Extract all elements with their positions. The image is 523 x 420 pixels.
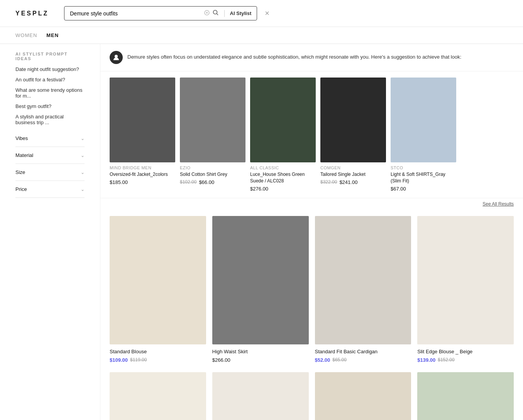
nav-item-men[interactable]: MEN bbox=[46, 32, 59, 38]
chevron-down-icon: ⌄ bbox=[81, 170, 85, 175]
product-card-5[interactable]: Basic Essential Cardigan - Li... $78.00 … bbox=[212, 372, 309, 420]
product-price-0: $109.00 $119.00 bbox=[110, 357, 206, 363]
sidebar-item-4[interactable]: A stylish and practical business trip ..… bbox=[15, 114, 85, 125]
header: YESPLZ AI Stylist × bbox=[0, 0, 523, 27]
carousel-brand-0: MIND BRIDGE MEN bbox=[110, 165, 175, 170]
ai-avatar bbox=[110, 51, 123, 64]
product-image-1 bbox=[212, 216, 309, 344]
carousel-product-image-3 bbox=[320, 78, 386, 162]
carousel-product-image-4 bbox=[391, 78, 456, 162]
product-grid-section: Standard Blouse $109.00 $119.00 High Wai… bbox=[100, 208, 523, 420]
filter-vibes[interactable]: Vibes ⌄ bbox=[15, 130, 85, 147]
carousel-price-4: $67.00 bbox=[391, 186, 456, 192]
product-card-0[interactable]: Standard Blouse $109.00 $119.00 bbox=[110, 216, 206, 363]
ai-banner: Demure styles often focus on understated… bbox=[100, 44, 523, 71]
price-current: $266.00 bbox=[212, 357, 230, 363]
carousel-products: MIND BRIDGE MEN Oversized-fit Jacket_2co… bbox=[110, 78, 514, 192]
carousel-name-1: Solid Cotton Shirt Grey bbox=[180, 171, 245, 178]
carousel-product-image-1 bbox=[180, 78, 245, 162]
main-layout: AI STYLIST PROMPT IDEAS Date night outfi… bbox=[0, 44, 523, 420]
price-sale: $52.00 bbox=[315, 357, 330, 363]
carousel-product-1[interactable]: EZIO Solid Cotton Shirt Grey $102.00 $66… bbox=[180, 78, 245, 192]
product-image-4 bbox=[110, 372, 206, 420]
chevron-down-icon: ⌄ bbox=[81, 136, 85, 141]
product-card-6[interactable]: Romance Blouse $103.00 $159.00 bbox=[315, 372, 411, 420]
filter-material-label: Material bbox=[15, 152, 33, 158]
chevron-down-icon: ⌄ bbox=[81, 187, 85, 192]
price-current: $276.00 bbox=[250, 186, 268, 192]
filter-size[interactable]: Size ⌄ bbox=[15, 164, 85, 181]
search-divider bbox=[224, 10, 225, 17]
content-area: Demure styles often focus on understated… bbox=[100, 44, 523, 420]
product-card-4[interactable]: Beebel Skirt $91.00 $161.00 bbox=[110, 372, 206, 420]
sidebar-item-1[interactable]: An outfit for a festival? bbox=[15, 77, 85, 83]
carousel-brand-2: ALL CLASSIC bbox=[250, 165, 316, 170]
product-image-2 bbox=[315, 216, 411, 344]
price-current: $67.00 bbox=[391, 186, 406, 192]
carousel-price-1: $102.00 $66.00 bbox=[180, 179, 245, 185]
carousel-name-0: Oversized-fit Jacket_2colors bbox=[110, 171, 175, 178]
product-card-2[interactable]: Standard Fit Basic Cardigan $52.00 $65.0… bbox=[315, 216, 411, 363]
carousel-product-4[interactable]: STCO Light & Soft SHIRTS_Gray (Slim Fit)… bbox=[391, 78, 456, 192]
product-name-2: Standard Fit Basic Cardigan bbox=[315, 348, 411, 355]
product-name-3: Slit Edge Blouse _ Beige bbox=[417, 348, 514, 355]
price-sale: $139.00 bbox=[417, 357, 435, 363]
price-original: $322.00 bbox=[320, 179, 337, 185]
product-price-3: $139.00 $152.00 bbox=[417, 357, 514, 363]
carousel-product-0[interactable]: MIND BRIDGE MEN Oversized-fit Jacket_2co… bbox=[110, 78, 175, 192]
close-button[interactable]: × bbox=[265, 9, 269, 18]
product-image-7 bbox=[417, 372, 514, 420]
product-card-1[interactable]: High Waist Skirt $266.00 bbox=[212, 216, 309, 363]
search-input[interactable] bbox=[70, 10, 201, 17]
price-original: $119.00 bbox=[130, 357, 147, 363]
filter-price-label: Price bbox=[15, 186, 27, 192]
carousel-brand-1: EZIO bbox=[180, 165, 245, 170]
product-grid: Standard Blouse $109.00 $119.00 High Wai… bbox=[110, 208, 514, 420]
filter-price[interactable]: Price ⌄ bbox=[15, 181, 85, 198]
ai-stylist-button[interactable]: AI Stylist bbox=[230, 10, 252, 16]
product-image-6 bbox=[315, 372, 411, 420]
product-name-1: High Waist Skirt bbox=[212, 348, 309, 355]
nav-bar: WOMEN MEN bbox=[0, 27, 523, 44]
price-original: $152.00 bbox=[438, 357, 454, 363]
logo: YESPLZ bbox=[15, 10, 49, 17]
sidebar-item-3[interactable]: Best gym outfit? bbox=[15, 103, 85, 109]
see-all-results[interactable]: See All Results bbox=[100, 198, 523, 208]
price-current: $66.00 bbox=[199, 179, 214, 185]
svg-point-3 bbox=[213, 10, 217, 14]
price-current: $241.00 bbox=[339, 179, 357, 185]
carousel-brand-4: STCO bbox=[391, 165, 456, 170]
product-card-3[interactable]: Slit Edge Blouse _ Beige $139.00 $152.00 bbox=[417, 216, 514, 363]
svg-point-5 bbox=[115, 55, 118, 58]
carousel-name-2: Luce_House Shoes Green Suede / ALC028 bbox=[250, 171, 316, 184]
carousel-name-3: Tailored Single Jacket bbox=[320, 171, 386, 178]
product-image-3 bbox=[417, 216, 514, 344]
carousel-product-3[interactable]: comgen Tailored Single Jacket $322.00 $2… bbox=[320, 78, 386, 192]
carousel-section: MIND BRIDGE MEN Oversized-fit Jacket_2co… bbox=[100, 71, 523, 198]
chevron-down-icon: ⌄ bbox=[81, 153, 85, 158]
price-original: $102.00 bbox=[180, 179, 196, 185]
sidebar-item-0[interactable]: Date night outfit suggestion? bbox=[15, 66, 85, 72]
sidebar-section-title: AI STYLIST PROMPT IDEAS bbox=[15, 52, 85, 61]
price-current: $185.00 bbox=[110, 179, 128, 185]
search-icon[interactable] bbox=[213, 10, 219, 17]
search-bar: AI Stylist bbox=[64, 6, 257, 20]
product-image-5 bbox=[212, 372, 309, 420]
product-price-2: $52.00 $65.00 bbox=[315, 357, 411, 363]
nav-item-women[interactable]: WOMEN bbox=[15, 32, 37, 38]
carousel-product-image-2 bbox=[250, 78, 316, 162]
filter-vibes-label: Vibes bbox=[15, 135, 28, 141]
carousel-price-2: $276.00 bbox=[250, 186, 316, 192]
price-sale: $109.00 bbox=[110, 357, 128, 363]
product-card-7[interactable]: Lining Point Midi Skirt $183.00 bbox=[417, 372, 514, 420]
product-price-1: $266.00 bbox=[212, 357, 309, 363]
ai-suggestion-text: Demure styles often focus on understated… bbox=[127, 51, 461, 61]
sidebar-item-2[interactable]: What are some trendy options for m... bbox=[15, 87, 85, 99]
filter-material[interactable]: Material ⌄ bbox=[15, 147, 85, 164]
product-name-0: Standard Blouse bbox=[110, 348, 206, 355]
filter-size-label: Size bbox=[15, 169, 25, 175]
carousel-name-4: Light & Soft SHIRTS_Gray (Slim Fit) bbox=[391, 171, 456, 184]
clear-search-icon[interactable] bbox=[204, 10, 210, 17]
carousel-product-2[interactable]: ALL CLASSIC Luce_House Shoes Green Suede… bbox=[250, 78, 316, 192]
sidebar: AI STYLIST PROMPT IDEAS Date night outfi… bbox=[0, 44, 100, 420]
